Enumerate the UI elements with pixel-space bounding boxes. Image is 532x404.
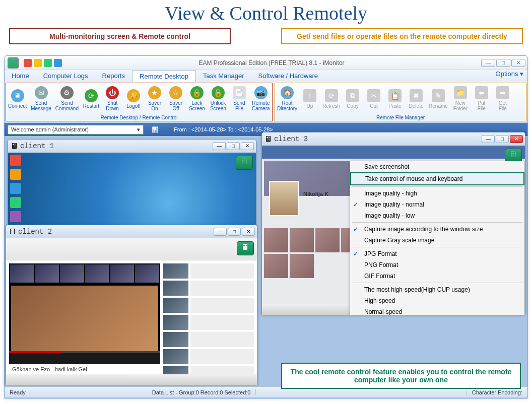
ribbon-connect[interactable]: 🖥Connect	[6, 83, 29, 114]
options-dropdown[interactable]: Options ▾	[496, 70, 527, 82]
profile-photo	[269, 181, 299, 216]
qat-icon[interactable]	[34, 59, 42, 67]
ribbon-item-label: Paste	[388, 103, 402, 109]
window-icon: 🖥	[8, 227, 16, 236]
menu-item-label: High-speed	[364, 297, 395, 304]
ribbon-up: ↑Up	[299, 83, 320, 114]
menu-item-capture-image-according-to-the[interactable]: ✓Capture image according to the window s…	[350, 224, 524, 235]
menu-item-image-quality-normal[interactable]: ✓Image quality - normal	[350, 199, 524, 210]
maximize-button[interactable]: □	[496, 135, 509, 143]
ribbon-refresh: ⟳Refresh	[320, 83, 342, 114]
close-button[interactable]: ✕	[511, 59, 525, 67]
maximize-button[interactable]: □	[496, 59, 510, 67]
remote-desktop-view[interactable]	[8, 153, 256, 235]
ribbon-lock-screen[interactable]: 🔒LockScreen	[186, 83, 208, 114]
maximize-button[interactable]: □	[228, 228, 241, 236]
tab-remote-desktop[interactable]: Remote Desktop	[132, 70, 196, 82]
close-button[interactable]: ✕	[242, 228, 255, 236]
desktop-shortcut-icon[interactable]	[10, 169, 21, 180]
related-video[interactable]	[163, 263, 254, 279]
minimize-button[interactable]: —	[482, 135, 495, 143]
menu-item-normal-speed[interactable]: Normal-speed	[350, 306, 524, 315]
photo-thumb[interactable]	[264, 254, 288, 278]
qat-icon[interactable]	[24, 59, 32, 67]
child-window-client3[interactable]: 🖥 client 3 — □ ✕ Nikolija K	[261, 132, 525, 314]
qat-icon[interactable]	[54, 59, 62, 67]
ribbon-send-file[interactable]: 📄SendFile	[229, 83, 250, 114]
remote-control-badge-icon[interactable]	[236, 156, 253, 170]
menu-item-capture-gray-scale-image[interactable]: Capture Gray scale image	[350, 235, 524, 246]
menu-item-image-quality-low[interactable]: Image quality - low	[350, 210, 524, 221]
tab-reports[interactable]: Reports	[95, 70, 132, 82]
ribbon-remote-camera[interactable]: 📷RemoteCamera	[250, 83, 272, 114]
ribbon-unlock-screen[interactable]: 🔓UnlockScreen	[208, 83, 229, 114]
qat-icon[interactable]	[44, 59, 52, 67]
tab-computer-logs[interactable]: Computer Logs	[36, 70, 95, 82]
remote-taskbar[interactable]	[6, 374, 257, 385]
photo-thumb[interactable]	[315, 228, 340, 252]
titlebar[interactable]: EAM Professional Edition (FREE TRIAL) 8.…	[5, 56, 527, 70]
tab-software-hardware[interactable]: Software / Hardware	[251, 70, 325, 82]
new-folder-icon: 📁	[454, 86, 467, 99]
minimize-button[interactable]: —	[214, 228, 227, 236]
related-video[interactable]	[163, 349, 254, 364]
ribbon-saver-off[interactable]: ☆SaverOff	[165, 83, 186, 114]
photo-thumb[interactable]	[264, 228, 288, 252]
minimize-button[interactable]: —	[481, 59, 495, 67]
photo-thumb[interactable]	[290, 228, 314, 252]
close-button[interactable]: ✕	[241, 142, 254, 150]
video-player[interactable]	[9, 263, 160, 364]
ribbon-item-label: Rename	[429, 103, 448, 109]
ribbon-delete: ✖Delete	[406, 83, 427, 114]
main-window: EAM Professional Edition (FREE TRIAL) 8.…	[4, 55, 528, 398]
ribbon-item-label: SendFile	[233, 100, 245, 111]
ribbon-item-label: Delete	[409, 103, 424, 109]
child-window-client1[interactable]: 🖥 client 1 — □ ✕	[8, 139, 256, 235]
tab-task-manager[interactable]: Task Manager	[196, 70, 251, 82]
related-video[interactable]	[163, 281, 254, 296]
menu-item-save-screenshot[interactable]: Save screenshot	[350, 161, 524, 172]
menu-item-take-control-of-mouse-and-keyb[interactable]: Take control of mouse and keyboard	[350, 172, 524, 185]
child-window-client2[interactable]: 🖥 client 2 — □ ✕	[6, 225, 257, 385]
close-button[interactable]: ✕	[510, 135, 523, 143]
menu-item-gif-format[interactable]: GIF Format	[350, 271, 524, 282]
ribbon-item-label: Connect	[8, 103, 27, 109]
unlock-screen-icon: 🔓	[212, 86, 225, 99]
related-video[interactable]	[163, 298, 254, 313]
minimize-button[interactable]: —	[213, 142, 226, 150]
remote-control-badge-icon[interactable]	[237, 241, 254, 255]
delete-icon: ✖	[410, 89, 423, 102]
desktop-shortcut-icon[interactable]	[10, 183, 21, 194]
menu-item-label: GIF Format	[364, 273, 395, 280]
connect-icon: 🖥	[11, 89, 24, 102]
ribbon-saver-on[interactable]: ★SaverOn	[144, 83, 165, 114]
put-file-icon: ⬅	[475, 86, 488, 99]
menu-item-high-speed[interactable]: High-speed	[350, 295, 524, 306]
remote-desktop-view[interactable]: Gökhan ve Ezo - hadi kalk Gel 1.173.168 …	[6, 238, 257, 385]
menu-item-png-format[interactable]: PNG Format	[350, 259, 524, 271]
desktop-shortcut-icon[interactable]	[10, 211, 21, 222]
welcome-dropdown[interactable]: Welcome admin (Administrator)▾	[8, 125, 144, 134]
photo-thumb[interactable]	[290, 254, 314, 278]
desktop-shortcut-icon[interactable]	[10, 197, 21, 208]
related-video[interactable]	[163, 332, 254, 347]
tab-home[interactable]: Home	[5, 70, 36, 82]
related-video[interactable]	[163, 315, 254, 330]
maximize-button[interactable]: □	[227, 142, 240, 150]
menu-item-image-quality-high[interactable]: Image quality - high	[350, 188, 524, 199]
ribbon-restart[interactable]: ⟳Restart	[81, 83, 102, 114]
ribbon-send-message[interactable]: ✉SendMessage	[29, 83, 53, 114]
ribbon-root-directory[interactable]: 🏠RootDirectory	[275, 83, 299, 114]
date-filter[interactable]: From : <2014-05-28> To : <2014-05-28>	[174, 126, 273, 132]
ribbon-item-label: RemoteCamera	[252, 100, 270, 111]
welcome-text: Welcome admin (Administrator)	[11, 126, 89, 133]
ribbon-send-command[interactable]: ⚙SendCommand	[53, 83, 81, 114]
desktop-shortcut-icon[interactable]	[10, 155, 21, 166]
menu-item-the-most-high-speed-high-cup-u[interactable]: The most high-speed(High CUP usage)	[350, 284, 524, 295]
menu-item-label: PNG Format	[364, 261, 398, 268]
status-datalist: Data List - Group:0 Record:0 Selected:0	[147, 389, 256, 395]
ribbon-shut-down[interactable]: ⏻ShutDown	[102, 83, 123, 114]
ribbon-logoff[interactable]: 🔑Logoff	[123, 83, 144, 114]
ribbon-new-folder: 📁NewFolder	[450, 83, 471, 114]
menu-item-jpg-format[interactable]: ✓JPG Format	[350, 248, 524, 259]
